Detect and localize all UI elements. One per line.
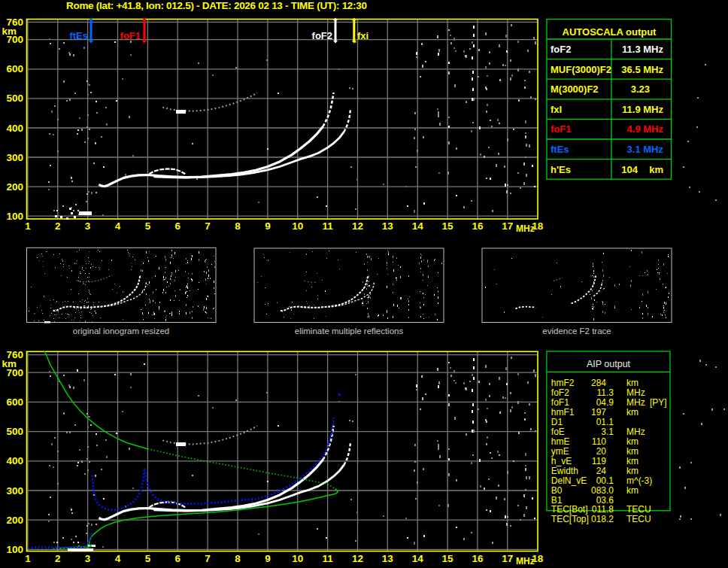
- svg-text:km: km: [626, 456, 639, 466]
- svg-text:2: 2: [55, 220, 61, 232]
- svg-text:9: 9: [265, 553, 271, 564]
- svg-text:foF2: foF2: [551, 387, 569, 398]
- svg-text:eliminate multiple reflections: eliminate multiple reflections: [295, 327, 404, 336]
- svg-text:foE: foE: [551, 427, 565, 437]
- svg-text:km: km: [626, 378, 639, 388]
- svg-text:9: 9: [265, 220, 271, 232]
- svg-text:AUTOSCALA output: AUTOSCALA output: [563, 26, 657, 38]
- svg-text:100: 100: [6, 211, 23, 222]
- svg-text:600: 600: [6, 63, 23, 74]
- svg-text:200: 200: [6, 181, 23, 193]
- svg-text:3: 3: [85, 220, 91, 232]
- svg-text:fxI: fxI: [551, 104, 562, 115]
- svg-text:M(3000)F2: M(3000)F2: [551, 84, 599, 95]
- svg-text:3.1: 3.1: [601, 427, 614, 437]
- svg-text:16: 16: [472, 220, 484, 232]
- svg-text:36.5 MHz: 36.5 MHz: [621, 64, 663, 75]
- svg-text:24: 24: [596, 466, 607, 476]
- svg-text:01.1: 01.1: [596, 417, 614, 427]
- svg-text:h_vE: h_vE: [551, 456, 572, 466]
- svg-text:foF2: foF2: [551, 44, 571, 55]
- svg-text:17: 17: [502, 220, 513, 232]
- svg-text:600: 600: [6, 396, 23, 408]
- svg-text:10: 10: [292, 220, 303, 232]
- svg-text:TEC[Top]: TEC[Top]: [551, 514, 589, 524]
- svg-text:7: 7: [205, 220, 211, 232]
- svg-text:D1: D1: [551, 417, 563, 427]
- svg-text:MHz: MHz: [626, 427, 645, 437]
- svg-text:12: 12: [352, 553, 363, 564]
- svg-text:17: 17: [502, 553, 513, 564]
- svg-text:100: 100: [6, 544, 23, 555]
- svg-text:TECU: TECU: [626, 504, 651, 515]
- svg-text:h'Es: h'Es: [551, 164, 571, 175]
- svg-text:DelN_vE: DelN_vE: [551, 475, 587, 486]
- svg-text:km: km: [626, 466, 639, 476]
- svg-text:hmF2: hmF2: [551, 378, 575, 388]
- svg-text:200: 200: [6, 515, 23, 526]
- svg-text:[PY]: [PY]: [650, 397, 667, 408]
- svg-text:400: 400: [6, 123, 23, 134]
- svg-text:14: 14: [412, 553, 424, 564]
- svg-text:7: 7: [205, 553, 211, 564]
- svg-text:8: 8: [235, 553, 241, 564]
- svg-text:5: 5: [145, 553, 151, 564]
- svg-text:foF2: foF2: [312, 30, 332, 41]
- svg-text:foF1: foF1: [120, 30, 141, 41]
- svg-text:1: 1: [25, 220, 31, 232]
- svg-text:3: 3: [85, 553, 91, 564]
- svg-text:MHz: MHz: [516, 223, 535, 234]
- svg-text:km: km: [626, 485, 639, 496]
- svg-text:TECU: TECU: [626, 514, 651, 524]
- svg-text:km: km: [626, 407, 639, 418]
- svg-text:2: 2: [55, 553, 61, 564]
- svg-text:hmE: hmE: [551, 436, 570, 447]
- svg-text:ymE: ymE: [551, 446, 569, 457]
- svg-text:hmF1: hmF1: [551, 407, 575, 418]
- svg-text:6: 6: [174, 220, 180, 232]
- svg-text:03.6: 03.6: [596, 495, 614, 506]
- svg-text:MHz: MHz: [516, 556, 535, 566]
- svg-text:3.1 MHz: 3.1 MHz: [627, 144, 664, 155]
- svg-text:m^(-3): m^(-3): [626, 475, 652, 486]
- svg-text:018.2: 018.2: [591, 514, 614, 524]
- svg-text:MUF(3000)F2: MUF(3000)F2: [551, 64, 611, 75]
- svg-text:ftEs: ftEs: [551, 144, 569, 155]
- svg-text:011.8: 011.8: [592, 504, 614, 515]
- svg-text:4: 4: [115, 220, 121, 232]
- svg-text:300: 300: [6, 485, 23, 497]
- svg-text:4: 4: [115, 553, 121, 564]
- svg-text:15: 15: [442, 220, 454, 232]
- svg-text:14: 14: [412, 220, 424, 232]
- svg-text:B1: B1: [551, 495, 563, 506]
- svg-text:20: 20: [596, 446, 607, 457]
- svg-text:500: 500: [6, 426, 23, 437]
- svg-text:km: km: [2, 26, 17, 37]
- svg-text:15: 15: [442, 553, 454, 564]
- svg-text:3.23: 3.23: [631, 84, 650, 95]
- svg-text:04.9: 04.9: [596, 397, 614, 408]
- svg-text:evidence F2 trace: evidence F2 trace: [542, 327, 611, 336]
- svg-text:6: 6: [174, 553, 180, 564]
- svg-text:km: km: [2, 358, 17, 369]
- svg-text:12: 12: [352, 220, 363, 232]
- svg-text:MHz: MHz: [626, 387, 645, 398]
- svg-text:foF1: foF1: [551, 397, 569, 408]
- svg-text:11.3: 11.3: [597, 387, 614, 398]
- svg-text:083.0: 083.0: [591, 485, 614, 496]
- svg-text:1: 1: [25, 553, 31, 564]
- svg-text:284: 284: [591, 378, 606, 388]
- svg-text:5: 5: [145, 220, 151, 232]
- svg-text:km: km: [626, 446, 639, 457]
- svg-text:4.9 MHz: 4.9 MHz: [627, 123, 664, 135]
- svg-text:MHz: MHz: [626, 397, 645, 408]
- svg-text:B0: B0: [551, 485, 563, 496]
- svg-text:400: 400: [6, 455, 23, 466]
- svg-text:119: 119: [592, 456, 606, 466]
- svg-text:104: 104: [621, 164, 638, 175]
- svg-text:km: km: [649, 164, 663, 175]
- svg-text:16: 16: [472, 553, 484, 564]
- svg-text:11: 11: [322, 220, 333, 232]
- svg-text:11: 11: [322, 553, 333, 564]
- svg-text:fxi: fxi: [357, 30, 369, 41]
